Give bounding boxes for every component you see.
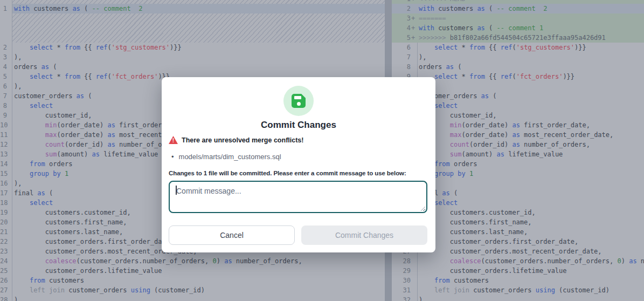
dialog-title: Commit Changes xyxy=(162,120,435,131)
warning-text: There are unresolved merge conflicts! xyxy=(182,136,303,144)
commit-message-wrapper xyxy=(169,181,427,213)
commit-changes-button[interactable]: Commit Changes xyxy=(301,225,427,245)
conflicted-file-name: models/marts/dim_customers.sql xyxy=(179,153,281,161)
save-icon-circle xyxy=(283,86,314,116)
commit-instruction: Changes to 1 file will be committed. Ple… xyxy=(169,170,406,176)
commit-changes-dialog: Commit Changes ! There are unresolved me… xyxy=(162,77,435,252)
save-floppy-icon xyxy=(292,94,306,108)
text-caret xyxy=(176,186,177,195)
app-window: 1with customers as ( -- comment 22 selec… xyxy=(0,0,644,301)
conflicted-file-item: • models/marts/dim_customers.sql xyxy=(171,153,281,161)
cancel-button[interactable]: Cancel xyxy=(169,225,295,245)
warning-triangle-icon: ! xyxy=(169,136,178,144)
merge-conflict-warning: ! There are unresolved merge conflicts! xyxy=(169,136,303,144)
commit-message-input[interactable] xyxy=(169,181,427,213)
bullet: • xyxy=(171,153,174,161)
